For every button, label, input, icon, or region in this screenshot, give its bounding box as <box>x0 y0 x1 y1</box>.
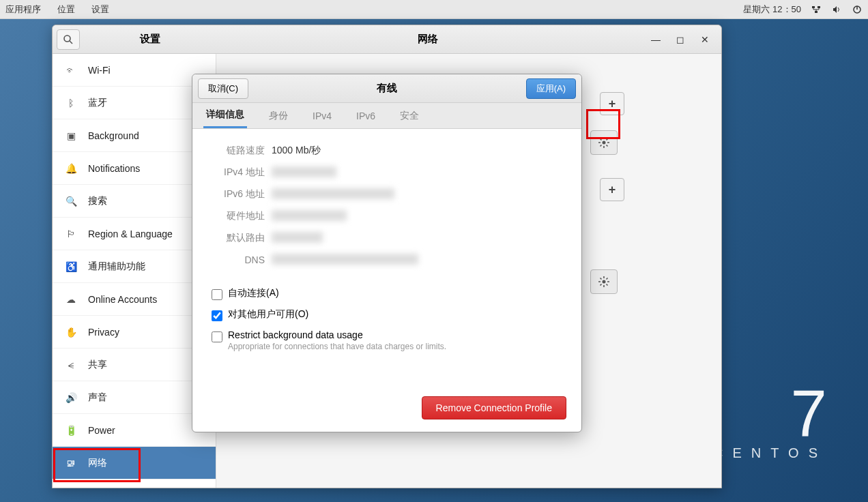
region-icon: 🏳 <box>65 228 77 240</box>
detail-value-route <box>272 232 323 243</box>
dialog-tabs: 详细信息 身份 IPv4 IPv6 安全 <box>192 103 581 129</box>
sidebar-item-label: Privacy <box>88 327 119 338</box>
restrict-bg-checkbox[interactable] <box>212 331 222 342</box>
dialog-titlebar: 取消(C) 有线 应用(A) <box>192 74 581 103</box>
brand-seven: 7 <box>713 387 827 440</box>
hand-icon: ✋ <box>65 326 77 338</box>
restrict-bg-row: Restrict background data usage Appropria… <box>212 329 562 351</box>
search-button[interactable] <box>57 29 80 50</box>
tab-details[interactable]: 详细信息 <box>203 103 247 128</box>
detail-label: IPv4 地址 <box>212 166 265 179</box>
sidebar-item-label: 共享 <box>88 359 107 371</box>
brand-name: CENTOS <box>713 445 827 461</box>
tab-security[interactable]: 安全 <box>397 104 422 128</box>
desktop-branding: 7 CENTOS <box>713 387 827 461</box>
cloud-icon: ☁ <box>65 293 77 306</box>
bell-icon: 🔔 <box>65 162 77 175</box>
network-icon: 🖳 <box>65 457 77 469</box>
svg-point-5 <box>64 35 70 42</box>
search-icon <box>63 34 74 45</box>
svg-line-6 <box>70 41 72 44</box>
auto-connect-row: 自动连接(A) <box>212 287 562 300</box>
wired-connection-dialog: 取消(C) 有线 应用(A) 详细信息 身份 IPv4 IPv6 安全 链路速度… <box>192 74 582 432</box>
add-connection-button-2[interactable]: + <box>600 178 624 201</box>
restrict-bg-sublabel: Appropriate for connections that have da… <box>228 342 446 351</box>
detail-row-ipv6: IPv6 地址 <box>212 183 562 205</box>
detail-label: 链路速度 <box>212 145 265 157</box>
wifi-icon: ᯤ <box>65 64 77 76</box>
remove-connection-button[interactable]: Remove Connection Profile <box>422 396 566 419</box>
auto-connect-label: 自动连接(A) <box>228 287 279 299</box>
maximize-button[interactable]: ◻ <box>671 31 690 48</box>
detail-row-dns: DNS <box>212 249 562 271</box>
settings-titlebar: 设置 网络 — ◻ ✕ <box>53 25 721 54</box>
close-button[interactable]: ✕ <box>695 31 714 48</box>
sidebar-item-label: 声音 <box>88 392 107 404</box>
places-menu[interactable]: 位置 <box>57 3 75 16</box>
detail-row-linkspeed: 链路速度 1000 Mb/秒 <box>212 140 562 162</box>
settings-label: 设置 <box>84 33 216 46</box>
background-icon: ▣ <box>65 130 77 142</box>
sidebar-item-network[interactable]: 🖳网络 <box>53 447 216 479</box>
add-connection-button-1[interactable]: + <box>600 92 624 115</box>
sidebar-item-label: Online Accounts <box>88 294 157 305</box>
detail-value-linkspeed: 1000 Mb/秒 <box>272 145 321 157</box>
detail-label: IPv6 地址 <box>212 188 265 201</box>
sidebar-item-label: 蓝牙 <box>88 97 107 109</box>
svg-rect-1 <box>818 6 820 8</box>
sidebar-item-label: Background <box>88 130 139 141</box>
detail-label: DNS <box>212 254 265 265</box>
sidebar-item-label: Notifications <box>88 163 140 174</box>
apply-button[interactable]: 应用(A) <box>526 78 576 99</box>
detail-value-ipv6 <box>272 188 394 199</box>
accessibility-icon: ♿ <box>65 261 77 273</box>
sidebar-item-label: Wi-Fi <box>88 65 111 76</box>
restrict-bg-label: Restrict background data usage <box>228 329 446 340</box>
tab-identity[interactable]: 身份 <box>266 104 291 128</box>
detail-row-hw: 硬件地址 <box>212 205 562 227</box>
settings-menu[interactable]: 设置 <box>91 3 109 16</box>
cancel-button[interactable]: 取消(C) <box>198 78 248 99</box>
svg-point-8 <box>603 280 606 284</box>
tab-ipv4[interactable]: IPv4 <box>310 105 334 127</box>
detail-value-dns <box>272 254 418 265</box>
sidebar-item-label: Region & Language <box>88 228 173 239</box>
apps-menu[interactable]: 应用程序 <box>5 3 41 16</box>
sidebar-item-label: Power <box>88 425 115 436</box>
connection-settings-button-1[interactable] <box>590 130 618 155</box>
datetime[interactable]: 星期六 12：50 <box>743 3 801 16</box>
gear-icon <box>598 276 610 288</box>
volume-indicator-icon[interactable] <box>831 4 842 15</box>
gear-icon <box>598 136 610 149</box>
power-icon: 🔋 <box>65 424 77 437</box>
search-sidebar-icon: 🔍 <box>65 195 77 207</box>
page-title: 网络 <box>216 33 639 46</box>
sound-icon: 🔊 <box>65 392 77 404</box>
sidebar-item-label: 网络 <box>88 457 107 469</box>
detail-value-ipv4 <box>272 166 336 177</box>
bluetooth-icon: ᛒ <box>65 97 77 109</box>
detail-row-route: 默认路由 <box>212 227 562 249</box>
minimize-button[interactable]: — <box>646 31 665 48</box>
svg-rect-2 <box>815 11 818 13</box>
dialog-content: 链路速度 1000 Mb/秒 IPv4 地址 IPv6 地址 硬件地址 默认路由… <box>192 129 581 432</box>
detail-value-hw <box>272 210 347 221</box>
dialog-title: 有线 <box>248 82 526 95</box>
top-panel: 应用程序 位置 设置 星期六 12：50 <box>0 0 868 19</box>
sidebar-item-label: 通用辅助功能 <box>88 261 145 273</box>
auto-connect-checkbox[interactable] <box>212 289 222 300</box>
apps-label: 应用程序 <box>5 4 41 14</box>
tab-ipv6[interactable]: IPv6 <box>353 105 378 127</box>
detail-row-ipv4: IPv4 地址 <box>212 162 562 183</box>
detail-label: 默认路由 <box>212 232 265 244</box>
network-indicator-icon[interactable] <box>811 4 822 15</box>
power-indicator-icon[interactable] <box>852 4 863 15</box>
svg-point-7 <box>603 141 606 145</box>
available-others-row: 对其他用户可用(O) <box>212 308 562 321</box>
available-others-label: 对其他用户可用(O) <box>228 308 308 321</box>
sidebar-item-label: 搜索 <box>88 195 107 207</box>
connection-settings-button-2[interactable] <box>590 269 618 294</box>
share-icon: ⪪ <box>65 359 77 371</box>
available-others-checkbox[interactable] <box>212 310 222 321</box>
svg-rect-0 <box>812 6 815 8</box>
